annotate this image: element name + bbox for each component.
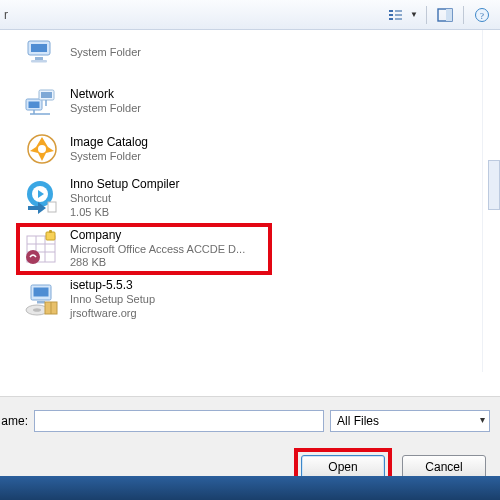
file-list[interactable]: System Folder Network System Folder — [0, 30, 500, 396]
installer-icon — [22, 279, 62, 319]
filename-input[interactable] — [34, 410, 324, 432]
svg-point-31 — [26, 250, 40, 264]
views-icon — [388, 8, 404, 22]
svg-text:?: ? — [480, 10, 484, 20]
filename-row: ame: All Files — [0, 397, 500, 445]
svg-rect-11 — [31, 44, 47, 52]
svg-rect-25 — [48, 202, 56, 212]
svg-rect-36 — [37, 301, 45, 304]
item-name: isetup-5.5.3 — [70, 278, 155, 293]
item-meta: Inno Setup Setup — [70, 293, 155, 307]
svg-rect-12 — [35, 57, 43, 60]
item-size: 1.05 KB — [70, 206, 179, 220]
svg-rect-32 — [46, 232, 55, 240]
item-meta: System Folder — [70, 150, 148, 164]
network-icon — [22, 81, 62, 121]
item-meta: System Folder — [70, 102, 141, 116]
item-name: Image Catalog — [70, 135, 148, 150]
svg-rect-15 — [29, 102, 40, 109]
svg-rect-3 — [395, 10, 402, 12]
item-name: Network — [70, 87, 141, 102]
toolbar-right: ▼ ? — [384, 4, 496, 26]
list-item-text: isetup-5.5.3 Inno Setup Setup jrsoftware… — [70, 278, 155, 321]
preview-pane-icon — [437, 8, 453, 22]
svg-rect-35 — [34, 288, 49, 297]
list-item[interactable]: Image Catalog System Folder — [18, 126, 492, 172]
taskbar-strip — [0, 476, 500, 500]
list-item[interactable]: Network System Folder — [18, 78, 492, 124]
list-item[interactable]: System Folder — [18, 30, 492, 76]
toolbar-fragment-text: r — [4, 8, 8, 22]
list-item-text: Inno Setup Compiler Shortcut 1.05 KB — [70, 177, 179, 220]
chevron-down-icon: ▼ — [410, 10, 418, 19]
list-item-text: Image Catalog System Folder — [70, 135, 148, 164]
svg-point-38 — [33, 308, 41, 312]
toolbar-separator — [426, 6, 427, 24]
toolbar-separator — [463, 6, 464, 24]
filetype-dropdown[interactable]: All Files — [330, 410, 490, 432]
svg-rect-13 — [31, 60, 47, 63]
list-item-text: Network System Folder — [70, 87, 141, 116]
svg-rect-0 — [389, 10, 393, 12]
svg-rect-33 — [49, 230, 52, 233]
filetype-selected: All Files — [337, 414, 379, 428]
item-name: Inno Setup Compiler — [70, 177, 179, 192]
filename-label: ame: — [0, 414, 28, 428]
item-meta: System Folder — [70, 46, 141, 60]
svg-point-22 — [38, 145, 46, 153]
list-item[interactable]: Inno Setup Compiler Shortcut 1.05 KB — [18, 174, 492, 223]
dialog-toolbar: r ▼ ? — [0, 0, 500, 30]
preview-edge — [488, 160, 500, 210]
preview-pane-button[interactable] — [431, 4, 459, 26]
access-db-icon — [22, 229, 62, 269]
computer-icon — [22, 33, 62, 73]
help-icon: ? — [474, 7, 490, 23]
item-meta: Microsoft Office Access ACCDE D... — [70, 243, 245, 257]
inno-compiler-icon — [22, 178, 62, 218]
list-item-text: System Folder — [70, 46, 141, 60]
svg-rect-1 — [389, 14, 393, 16]
svg-rect-2 — [389, 18, 393, 20]
list-item-text: Company Microsoft Office Access ACCDE D.… — [70, 228, 245, 271]
list-item[interactable]: isetup-5.5.3 Inno Setup Setup jrsoftware… — [18, 275, 492, 324]
list-item-highlighted[interactable]: Company Microsoft Office Access ACCDE D.… — [18, 225, 270, 274]
help-button[interactable]: ? — [468, 4, 496, 26]
item-size: jrsoftware.org — [70, 307, 155, 321]
svg-rect-4 — [395, 14, 402, 16]
item-meta: Shortcut — [70, 192, 179, 206]
svg-rect-5 — [395, 18, 402, 20]
svg-rect-7 — [446, 9, 452, 21]
item-name: Company — [70, 228, 245, 243]
views-dropdown[interactable]: ▼ — [384, 4, 422, 26]
item-size: 288 KB — [70, 256, 245, 270]
svg-rect-17 — [41, 92, 52, 98]
image-catalog-icon — [22, 129, 62, 169]
